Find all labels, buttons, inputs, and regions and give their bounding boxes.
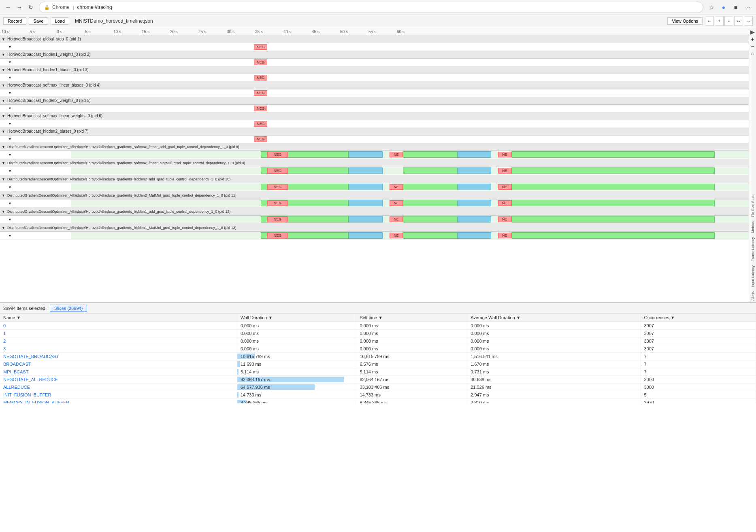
fit-icon[interactable]: ↔ bbox=[750, 51, 756, 57]
ne-marker-10b[interactable]: NE bbox=[498, 184, 511, 190]
view-options-button[interactable]: View Options bbox=[667, 17, 703, 25]
zoom-in-button[interactable]: + bbox=[715, 17, 724, 25]
green-bar-13c[interactable] bbox=[511, 232, 715, 239]
track-header-9[interactable]: ▼ DistributedGradientDescentOptimizer_Al… bbox=[0, 159, 749, 167]
expand-arrow-12[interactable]: ▼ bbox=[2, 210, 7, 214]
forward-button[interactable]: → bbox=[15, 2, 24, 12]
track-header-6[interactable]: ▼ HorovodBroadcast_softmax_linear_weight… bbox=[0, 112, 749, 120]
zoom-in-icon[interactable]: + bbox=[751, 36, 754, 42]
blue-bar-10b[interactable] bbox=[457, 184, 491, 190]
tracks-container[interactable]: ▼ HorovodBroadcast_global_step_0 (pid 1)… bbox=[0, 35, 749, 302]
ne-marker-13a[interactable]: NE bbox=[390, 233, 403, 238]
cursor-icon[interactable]: ▶ bbox=[750, 29, 755, 35]
neg-marker-3[interactable]: NEG bbox=[254, 75, 267, 81]
blue-bar-10a[interactable] bbox=[349, 184, 383, 190]
name-link-4[interactable]: NEGOTIATE_BROADCAST bbox=[3, 354, 59, 359]
col-header-occurrences[interactable]: Occurrences ▼ bbox=[641, 314, 756, 322]
neg-marker-6[interactable]: NEG bbox=[254, 121, 267, 127]
slices-tab[interactable]: Slices (26994) bbox=[50, 305, 87, 312]
blue-bar-8a[interactable] bbox=[349, 151, 383, 158]
name-link-10[interactable]: MEMCPY_IN_FUSION_BUFFER bbox=[3, 400, 69, 403]
ne-marker-8a[interactable]: NE bbox=[390, 152, 403, 157]
right-panel-alerts[interactable]: Alerts bbox=[751, 290, 755, 302]
name-link-9[interactable]: INIT_FUSION_BUFFER bbox=[3, 392, 51, 397]
record-button[interactable]: Record bbox=[3, 17, 26, 25]
neg-marker-7[interactable]: NEG bbox=[254, 136, 267, 142]
right-panel-frame-latency[interactable]: Frame Latency bbox=[751, 235, 755, 263]
cell-name-1[interactable]: 1 bbox=[0, 330, 237, 337]
blue-bar-13a[interactable] bbox=[349, 232, 383, 239]
track-header-12[interactable]: ▼ DistributedGradientDescentOptimizer_Al… bbox=[0, 208, 749, 216]
cell-name-10[interactable]: MEMCPY_IN_FUSION_BUFFER bbox=[0, 399, 237, 404]
blue-bar-9b[interactable] bbox=[457, 167, 491, 174]
neg-marker-4[interactable]: NEG bbox=[254, 90, 267, 96]
cell-name-5[interactable]: BROADCAST bbox=[0, 360, 237, 368]
name-link-6[interactable]: MPI_BCAST bbox=[3, 369, 28, 374]
cell-name-7[interactable]: NEGOTIATE_ALLREDUCE bbox=[0, 376, 237, 384]
sub-expand-8a[interactable]: ▼ bbox=[8, 153, 13, 157]
track-header-1[interactable]: ▼ HorovodBroadcast_global_step_0 (pid 1) bbox=[0, 35, 749, 43]
neg-marker-11[interactable]: NEG bbox=[267, 200, 287, 206]
cell-name-9[interactable]: INIT_FUSION_BUFFER bbox=[0, 391, 237, 399]
ne-marker-9b[interactable]: NE bbox=[498, 168, 511, 174]
expand-arrow-1[interactable]: ▼ bbox=[2, 37, 7, 41]
reload-button[interactable]: ↻ bbox=[26, 2, 36, 12]
ne-marker-8b[interactable]: NE bbox=[498, 152, 511, 157]
sub-expand-2[interactable]: ▼ bbox=[8, 60, 13, 64]
green-bar-11c[interactable] bbox=[511, 200, 715, 206]
cell-name-4[interactable]: NEGOTIATE_BROADCAST bbox=[0, 353, 237, 360]
track-header-11[interactable]: ▼ DistributedGradientDescentOptimizer_Al… bbox=[0, 191, 749, 199]
sub-expand-3[interactable]: ▼ bbox=[8, 76, 13, 80]
zoom-arrow-left-button[interactable]: ← bbox=[705, 17, 714, 25]
track-header-4[interactable]: ▼ HorovodBroadcast_softmax_linear_biases… bbox=[0, 81, 749, 89]
neg-marker-1[interactable]: NEG bbox=[254, 44, 267, 50]
ne-marker-11a[interactable]: NE bbox=[390, 200, 403, 206]
ne-marker-10a[interactable]: NE bbox=[390, 184, 403, 190]
expand-arrow-8[interactable]: ▼ bbox=[2, 145, 7, 149]
menu-button[interactable]: ⋯ bbox=[743, 2, 753, 12]
sub-expand-12a[interactable]: ▼ bbox=[8, 218, 13, 222]
save-button[interactable]: Save bbox=[29, 17, 48, 25]
expand-arrow-2[interactable]: ▼ bbox=[2, 53, 7, 57]
expand-arrow-4[interactable]: ▼ bbox=[2, 83, 7, 87]
col-header-avg-wall-duration[interactable]: Average Wall Duration ▼ bbox=[467, 314, 641, 322]
expand-arrow-13[interactable]: ▼ bbox=[2, 226, 7, 230]
cell-name-3[interactable]: 3 bbox=[0, 345, 237, 353]
name-link-7[interactable]: NEGOTIATE_ALLREDUCE bbox=[3, 377, 58, 382]
cell-name-2[interactable]: 2 bbox=[0, 337, 237, 345]
green-bar-10c[interactable] bbox=[511, 184, 715, 190]
track-header-5[interactable]: ▼ HorovodBroadcast_hidden2_weights_0 (pi… bbox=[0, 97, 749, 105]
extensions-button[interactable]: ■ bbox=[731, 2, 741, 12]
url-input[interactable] bbox=[77, 4, 698, 10]
sub-expand-7[interactable]: ▼ bbox=[8, 137, 13, 141]
neg-marker-5[interactable]: NEG bbox=[254, 106, 267, 111]
sub-expand-11a[interactable]: ▼ bbox=[8, 201, 13, 206]
neg-marker-10[interactable]: NEG bbox=[267, 184, 287, 190]
back-button[interactable]: ← bbox=[3, 2, 13, 12]
expand-arrow-3[interactable]: ▼ bbox=[2, 68, 7, 72]
sub-expand-1[interactable]: ▼ bbox=[8, 45, 13, 49]
track-sub-body-11a[interactable]: NEG NE NE bbox=[71, 199, 749, 207]
cell-name-0[interactable]: 0 bbox=[0, 322, 237, 330]
green-bar-12c[interactable] bbox=[511, 216, 715, 223]
track-header-3[interactable]: ▼ HorovodBroadcast_hidden1_biases_0 (pid… bbox=[0, 66, 749, 74]
expand-arrow-11[interactable]: ▼ bbox=[2, 193, 7, 197]
address-bar[interactable]: 🔒 Chrome | bbox=[39, 2, 703, 13]
name-link-1[interactable]: 1 bbox=[3, 331, 6, 336]
ne-marker-11b[interactable]: NE bbox=[498, 200, 511, 206]
neg-marker-8[interactable]: NEG bbox=[267, 152, 287, 157]
name-link-5[interactable]: BROADCAST bbox=[3, 362, 31, 367]
neg-marker-12[interactable]: NEG bbox=[267, 216, 287, 222]
neg-marker-2[interactable]: NEG bbox=[254, 59, 267, 65]
blue-bar-11a[interactable] bbox=[349, 200, 383, 206]
expand-arrow-6[interactable]: ▼ bbox=[2, 114, 7, 118]
blue-bar-12b[interactable] bbox=[457, 216, 491, 223]
sub-expand-6[interactable]: ▼ bbox=[8, 122, 13, 126]
sub-expand-9a[interactable]: ▼ bbox=[8, 169, 13, 173]
expand-arrow-9[interactable]: ▼ bbox=[2, 161, 7, 165]
neg-marker-9[interactable]: NEG bbox=[267, 168, 287, 174]
sub-expand-10a[interactable]: ▼ bbox=[8, 185, 13, 189]
track-sub-body-8a[interactable]: NEG NE NE bbox=[71, 151, 749, 158]
track-sub-body-9a[interactable]: NEG NE bbox=[71, 167, 749, 174]
blue-bar-12a[interactable] bbox=[349, 216, 383, 223]
